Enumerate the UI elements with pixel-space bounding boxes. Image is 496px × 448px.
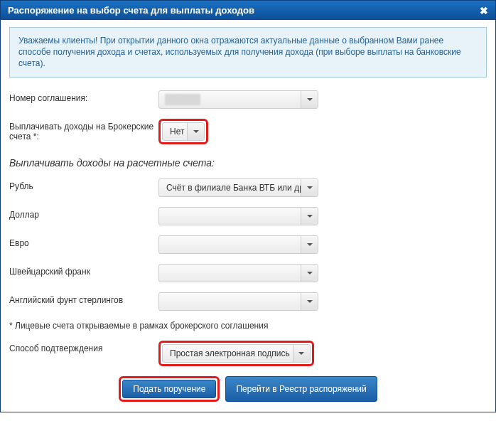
button-row: Подать поручение Перейти в Реестр распор…	[9, 376, 487, 402]
rub-value: Счёт в филиале Банка ВТБ или другом	[166, 183, 318, 193]
chevron-down-icon	[187, 123, 204, 140]
footnote: * Лицевые счета открываемые в рамках бро…	[9, 321, 487, 331]
field-gbp: Английский фунт стерлингов	[9, 292, 487, 311]
agreement-select[interactable]	[158, 90, 318, 109]
dialog: Распоряжение на выбор счета для выплаты …	[0, 0, 496, 412]
confirm-select[interactable]: Простая электронная подпись	[162, 344, 311, 363]
chevron-down-icon	[301, 208, 318, 225]
field-confirm: Способ подтверждения Простая электронная…	[9, 341, 487, 366]
goto-registry-button[interactable]: Перейти в Реестр распоряжений	[225, 376, 377, 402]
chevron-down-icon	[301, 91, 318, 108]
info-message: Уважаемы клиенты! При открытии данного о…	[9, 27, 487, 78]
eur-select[interactable]	[158, 235, 318, 254]
obscured-value	[165, 94, 200, 105]
rub-label: Рубль	[9, 178, 158, 191]
submit-button[interactable]: Подать поручение	[122, 380, 216, 398]
broker-label: Выплачивать доходы на Брокерские счета *…	[9, 119, 158, 142]
field-broker: Выплачивать доходы на Брокерские счета *…	[9, 119, 487, 144]
chevron-down-icon	[301, 293, 318, 310]
chevron-down-icon	[301, 236, 318, 253]
chf-select[interactable]	[158, 264, 318, 282]
chf-label: Швейцарский франк	[9, 264, 158, 277]
confirm-label: Способ подтверждения	[9, 341, 158, 353]
dialog-title: Распоряжение на выбор счета для выплаты …	[8, 5, 254, 16]
section-title: Выплачивать доходы на расчетные счета:	[9, 157, 487, 169]
broker-value: Нет	[170, 127, 184, 137]
chevron-down-icon	[301, 179, 318, 196]
highlight-submit: Подать поручение	[119, 376, 220, 402]
close-icon[interactable]: ✖	[480, 6, 488, 16]
field-chf: Швейцарский франк	[9, 264, 487, 282]
gbp-label: Английский фунт стерлингов	[9, 292, 158, 305]
agreement-label: Номер соглашения:	[9, 90, 158, 103]
dialog-header: Распоряжение на выбор счета для выплаты …	[1, 1, 495, 20]
usd-label: Доллар	[9, 207, 158, 220]
rub-select[interactable]: Счёт в филиале Банка ВТБ или другом	[158, 178, 318, 197]
chevron-down-icon	[293, 345, 310, 362]
eur-label: Евро	[9, 235, 158, 248]
highlight-confirm: Простая электронная подпись	[158, 341, 314, 366]
usd-select[interactable]	[158, 207, 318, 225]
gbp-select[interactable]	[158, 292, 318, 311]
confirm-value: Простая электронная подпись	[170, 348, 290, 358]
field-eur: Евро	[9, 235, 487, 254]
broker-select[interactable]: Нет	[162, 122, 205, 141]
highlight-broker: Нет	[158, 119, 208, 144]
field-rub: Рубль Счёт в филиале Банка ВТБ или друго…	[9, 178, 487, 197]
field-usd: Доллар	[9, 207, 487, 225]
field-agreement: Номер соглашения:	[9, 90, 487, 109]
chevron-down-icon	[301, 265, 318, 282]
dialog-body: Уважаемы клиенты! При открытии данного о…	[1, 20, 495, 412]
